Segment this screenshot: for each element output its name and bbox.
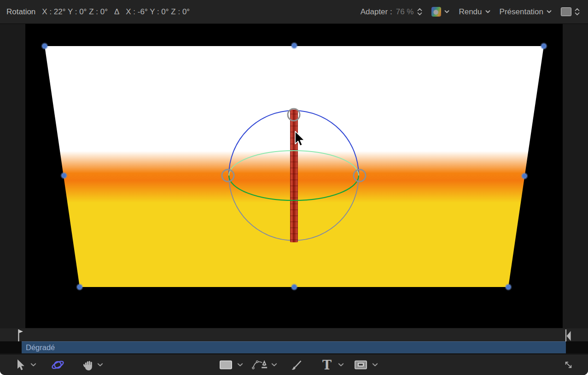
motion-canvas-window: Rotation X : 22° Y : 0° Z : 0° Δ X : -6°…: [0, 0, 588, 375]
delta-symbol: Δ: [114, 7, 119, 17]
rotate-manipulator[interactable]: [222, 109, 366, 242]
chevron-down-icon: [237, 363, 243, 367]
expand-diagonal-icon: [563, 359, 574, 370]
mask-tool[interactable]: [355, 360, 367, 369]
pen-bezier-icon: [252, 359, 268, 370]
viewport-layout-control[interactable]: [561, 7, 580, 16]
chevron-down-icon: [338, 363, 344, 367]
chevron-down-icon: [271, 363, 277, 367]
selection-handle-top-right[interactable]: [541, 44, 547, 49]
expand-view-button[interactable]: [563, 359, 574, 370]
gradient-track-bar[interactable]: Dégradé: [22, 341, 566, 353]
timeline-out-marker[interactable]: [563, 329, 572, 342]
render-menu-label: Rendu: [459, 7, 482, 17]
rotation-absolute-values: X : 22° Y : 0° Z : 0°: [42, 7, 108, 17]
chevron-down-icon: [547, 10, 552, 13]
mini-timeline: Dégradé: [0, 328, 588, 354]
ring-handle-right[interactable]: [354, 170, 366, 182]
mask-inner-icon: [358, 363, 364, 367]
presentation-menu-label: Présentation: [500, 7, 543, 17]
text-tool[interactable]: T: [322, 358, 332, 371]
ring-handle-left[interactable]: [222, 170, 234, 182]
chevron-down-icon: [372, 363, 378, 367]
pan-tool[interactable]: [83, 359, 93, 370]
stepper-icon[interactable]: [417, 8, 422, 16]
selection-handle-bottom-center[interactable]: [292, 285, 297, 290]
color-channel-menu[interactable]: [431, 7, 449, 17]
canvas-status-bar: Rotation X : 22° Y : 0° Z : 0° Δ X : -6°…: [0, 0, 588, 24]
timeline-in-marker[interactable]: [17, 329, 24, 342]
rotation-delta-values: X : -6° Y : 0° Z : 0°: [126, 7, 190, 17]
viewport-layout-icon: [561, 7, 571, 16]
timeline-track-row: Dégradé: [0, 341, 588, 353]
select-tool-menu[interactable]: [30, 363, 36, 367]
text-tool-menu[interactable]: [338, 363, 344, 367]
select-tool[interactable]: [17, 359, 25, 371]
track-label: Dégradé: [26, 343, 55, 352]
selection-handle-bottom-right[interactable]: [506, 285, 511, 290]
paint-stroke-tool[interactable]: [290, 359, 303, 371]
chevron-down-icon: [97, 363, 103, 367]
hand-icon: [83, 359, 93, 370]
mask-rectangle-icon: [355, 360, 367, 369]
chevron-down-icon: [444, 10, 449, 13]
pan-tool-menu[interactable]: [97, 363, 103, 367]
rotation-label: Rotation: [6, 7, 35, 17]
text-tool-icon: T: [322, 358, 332, 371]
selection-handle-bottom-left[interactable]: [77, 285, 82, 290]
selection-handle-mid-left[interactable]: [62, 173, 67, 178]
shape-tool-menu[interactable]: [237, 363, 243, 367]
bezier-tool[interactable]: [252, 359, 268, 370]
selection-handle-mid-right[interactable]: [522, 174, 527, 179]
timeline-ruler[interactable]: [0, 328, 588, 341]
canvas-view-controls: Adapter : 76 % Rendu Présen: [361, 7, 580, 17]
rectangle-icon: [220, 360, 232, 369]
selection-handle-top-left[interactable]: [42, 44, 47, 49]
arrow-cursor-icon: [17, 359, 25, 371]
rotation-axis-bar-texture: [290, 110, 298, 242]
fit-label: Adapter :: [361, 7, 392, 17]
transform-3d-tool[interactable]: [51, 358, 65, 371]
chevron-down-icon: [30, 363, 36, 367]
paintbrush-icon: [290, 359, 303, 371]
fit-value: 76 %: [396, 7, 414, 17]
rectangle-shape-tool[interactable]: [220, 360, 232, 369]
chevron-down-icon: [485, 10, 490, 13]
render-menu[interactable]: Rendu: [459, 7, 490, 17]
color-swatch-icon: [431, 7, 441, 17]
rotation-status: Rotation X : 22° Y : 0° Z : 0° Δ X : -6°…: [6, 7, 190, 17]
bezier-tool-menu[interactable]: [271, 363, 277, 367]
selection-overlay: [0, 24, 588, 328]
stepper-icon: [575, 8, 580, 16]
canvas-area: [0, 24, 588, 328]
canvas-toolbar: T: [0, 354, 588, 375]
orbit-3d-icon: [51, 358, 65, 371]
presentation-menu[interactable]: Présentation: [500, 7, 552, 17]
mask-tool-menu[interactable]: [372, 363, 378, 367]
selection-handle-top-center[interactable]: [292, 43, 297, 48]
zoom-fit-control[interactable]: Adapter : 76 %: [361, 7, 423, 17]
